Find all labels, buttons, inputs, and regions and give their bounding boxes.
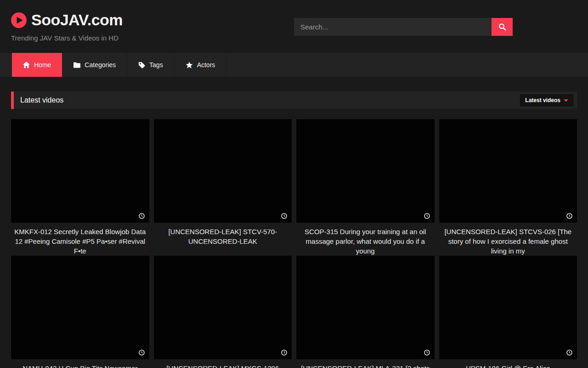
clock-icon [424,213,430,219]
clock-icon [566,350,572,356]
tag-icon [138,62,145,69]
star-icon [186,62,193,69]
nav-item-actors[interactable]: Actors [175,53,227,77]
clock-icon [281,350,287,356]
nav-item-label: Actors [197,61,215,69]
clock-icon [139,213,145,219]
video-card[interactable]: HPSM-186 Girl @ Era Alice [439,256,577,368]
caret-down-icon [564,99,568,102]
video-title[interactable]: KMKFX-012 Secretly Leaked Blowjob Data 1… [11,223,149,256]
sort-dropdown-button[interactable]: Latest videos [520,94,573,106]
video-title[interactable]: HPSM-186 Girl @ Era Alice [439,359,577,368]
video-title[interactable]: [UNCENSORED-LEAK] MXGS-1296 Absolutely [154,359,292,368]
nav-item-label: Home [34,61,51,69]
clock-icon [424,350,430,356]
site-header: SooJAV.com Trending JAV Stars & Videos i… [0,0,588,53]
video-thumbnail[interactable] [154,119,292,223]
home-icon [23,62,30,68]
video-title[interactable]: [UNCENSORED-LEAK] MLA-231 [2 shots in [296,359,435,368]
video-card[interactable]: [UNCENSORED-LEAK] STCVS-026 [The story o… [439,119,577,256]
video-title[interactable]: [UNCENSORED-LEAK] STCV-570-UNCENSORED-LE… [154,223,292,256]
video-title[interactable]: NAMH-042 H Cup Big Tits Newcomer (170cm … [11,359,149,368]
video-thumbnail[interactable] [296,256,435,359]
video-thumbnail[interactable] [439,256,577,359]
video-title[interactable]: SCOP-315 During your training at an oil … [296,223,435,256]
section-header: Latest videos Latest videos [11,92,577,109]
video-card[interactable]: NAMH-042 H Cup Big Tits Newcomer (170cm … [11,256,149,368]
video-thumbnail[interactable] [439,119,577,223]
video-thumbnail[interactable] [296,119,435,223]
video-card[interactable]: [UNCENSORED-LEAK] MLA-231 [2 shots in [296,256,435,368]
clock-icon [139,350,145,356]
main-nav: Home Categories Tags Actors [0,53,588,77]
video-title[interactable]: [UNCENSORED-LEAK] STCVS-026 [The story o… [439,223,577,256]
nav-item-label: Categories [85,61,116,69]
search-form [294,18,513,36]
video-grid: KMKFX-012 Secretly Leaked Blowjob Data 1… [11,119,577,368]
play-icon [11,12,27,28]
video-card[interactable]: KMKFX-012 Secretly Leaked Blowjob Data 1… [11,119,149,256]
nav-item-label: Tags [149,61,163,69]
nav-item-home[interactable]: Home [12,53,62,77]
video-card[interactable]: [UNCENSORED-LEAK] STCV-570-UNCENSORED-LE… [154,119,292,256]
search-button[interactable] [492,18,513,36]
nav-item-tags[interactable]: Tags [127,53,175,77]
sort-dropdown-label: Latest videos [525,97,560,104]
clock-icon [566,213,572,219]
video-card[interactable]: [UNCENSORED-LEAK] MXGS-1296 Absolutely [154,256,292,368]
clock-icon [281,213,287,219]
nav-item-categories[interactable]: Categories [62,53,127,77]
video-thumbnail[interactable] [154,256,292,359]
folder-icon [74,62,80,68]
site-title: SooJAV.com [31,11,123,29]
section-title: Latest videos [20,96,63,104]
video-thumbnail[interactable] [11,119,149,223]
video-card[interactable]: SCOP-315 During your training at an oil … [296,119,435,256]
video-thumbnail[interactable] [11,256,149,359]
search-icon [498,23,506,31]
search-input[interactable] [294,18,492,36]
